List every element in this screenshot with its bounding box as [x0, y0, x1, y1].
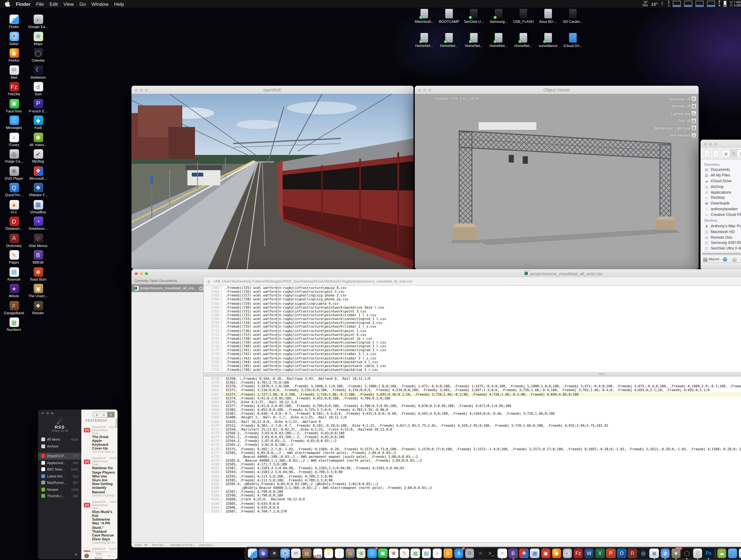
weather-widget[interactable]: 16°78% [642, 1, 648, 7]
dock-item[interactable]: ▦ [411, 549, 420, 558]
dock-item[interactable]: ☺ [248, 549, 257, 558]
menu-item[interactable]: Go [79, 1, 86, 7]
desktop-icon[interactable]: ☺ Finder [0, 15, 28, 28]
desktop-icon[interactable]: ✦ Safari [0, 31, 28, 45]
sidebar-item[interactable]: ⌂anthonybowden [704, 206, 741, 212]
sidebar-item[interactable]: ☁iCloud Drive [704, 178, 741, 184]
desktop-icon[interactable]: ❖ VMware F... [24, 183, 52, 197]
desktop-icon[interactable]: ♬ GarageBand [0, 300, 28, 314]
editor-path-bar[interactable]: ⚙ ~/AB_UserFiles/Desktop Folders/Working… [204, 277, 741, 286]
sidebar-device-item[interactable]: ▮Anthony’s Mac Pro [704, 223, 741, 229]
dock-item[interactable]: ✦ [270, 549, 279, 558]
dock-item[interactable]: ❖ [519, 549, 529, 558]
article-item[interactable]: [H] [H]ardOCP News/Article Feed• 19:07 E… [81, 498, 118, 546]
dock-item[interactable]: ⚙ [465, 549, 474, 558]
dock-item[interactable]: ◎ [639, 549, 648, 558]
article-item[interactable]: [H] [H]ardOCP News/Article Feed• 20:07 R… [81, 455, 118, 498]
path-crumb[interactable]: Macint › [703, 257, 722, 261]
desktop-icon[interactable]: … Messages [0, 116, 28, 130]
desktop-icon[interactable]: ◉ Firefox [0, 48, 28, 62]
add-feed-button[interactable]: + [75, 552, 77, 557]
desktop-icon[interactable]: ✎ Pages [0, 250, 28, 264]
dock-item[interactable]: … 2 [367, 549, 377, 558]
dock-item[interactable]: ≡ [498, 549, 507, 558]
article-list-scrollbar[interactable] [116, 418, 117, 427]
dock-item[interactable]: ★ 6419 [671, 549, 681, 558]
desktop-icon[interactable]: ✔ Mp3tag [24, 149, 52, 163]
sidebar-device-item[interactable]: ◎Remote Disc [704, 234, 741, 240]
dock-item[interactable] [728, 549, 737, 558]
volume-icon[interactable]: ⏏ HomeNet... [415, 33, 434, 47]
feed-row[interactable]: Neowin 1279 [38, 486, 81, 493]
sidebar-device-item[interactable]: ◫Macintosh HD [704, 229, 741, 234]
filter-segmented-control[interactable]: ★●☰ [93, 411, 115, 418]
close-icon[interactable]: ✕ [199, 286, 203, 290]
menu-item[interactable]: Help [114, 1, 124, 7]
desktop-icon[interactable]: ◉ Toast Burn [24, 267, 52, 281]
dock-item[interactable]: ✎ [400, 549, 409, 558]
dock-item[interactable]: ▤ [422, 549, 431, 558]
desktop-icon[interactable]: ◆ Reeder [24, 300, 52, 314]
volume-icon[interactable]: ⏏ Asus BD-... [539, 9, 558, 23]
smart-folder-row[interactable]: All Items 6419 [38, 436, 81, 443]
dock-item[interactable]: JUL15 [313, 549, 322, 558]
next-icon[interactable]: › [113, 554, 115, 558]
feed-row[interactable]: MacRumor... 507 [38, 479, 81, 486]
sidebar-item[interactable]: ◉Downloads [704, 200, 741, 206]
desktop-icon[interactable]: ▤ Keynote [0, 267, 28, 281]
volume-icon[interactable]: ⏏ BOOTCAMP [440, 9, 459, 23]
cpu-graph-2[interactable] [684, 1, 692, 7]
feed-row[interactable]: AppleInsid... 949 [38, 460, 81, 466]
path-crumb[interactable]: › [732, 257, 740, 261]
openbve-titlebar[interactable]: openBVE [131, 86, 413, 94]
split-divider[interactable] [204, 372, 741, 376]
desktop-icon[interactable]: ◎ Image Ca... [0, 149, 28, 163]
volume-icon[interactable]: ⏏ Samsung... [489, 9, 508, 23]
dock-item[interactable]: ▦ [346, 549, 355, 558]
dock-item[interactable]: B [509, 549, 518, 558]
desktop-icon[interactable]: P P-touch E... [24, 99, 52, 113]
volume-icon[interactable]: ⏏ SD Cardre... [563, 9, 583, 23]
apple-menu-icon[interactable] [4, 1, 10, 7]
dock-item[interactable]: ⋮ [335, 549, 344, 558]
dock-item[interactable]: O [617, 549, 626, 558]
cpu-graph-4[interactable] [707, 1, 715, 7]
sidebar-item[interactable]: ▭Desktop [704, 195, 741, 201]
desktop-icon[interactable]: ❖ Microsoft... [24, 166, 52, 180]
dock-item[interactable]: ≈ [476, 549, 485, 558]
linebreaks-popup[interactable]: Unix (LF)▾ [199, 544, 213, 547]
sidebar-device-item[interactable]: ◫SanDisk Ultra II 48...▲ [704, 246, 741, 251]
volume-icon[interactable]: ⏏ HomeNet... [464, 33, 483, 47]
sidebar-item[interactable]: ▱Creative Cloud Files [704, 212, 741, 217]
encoding-popup[interactable]: Unicode (UTF-8)▾ [170, 544, 194, 547]
desktop-icon[interactable]: ▦ Numbers [0, 318, 28, 331]
editor-top-pane[interactable]: 1701 .Freeobj(725) wcml_watfordjn-rugby\… [204, 286, 741, 372]
dock-item[interactable]: ❀ [389, 549, 398, 558]
object-viewer-viewport[interactable]: Position: -0.28, 5.21, -16.54 Wireframe:… [415, 94, 699, 269]
dock-item[interactable]: ✉ [291, 549, 300, 558]
desktop-icon[interactable]: ◐ Google Ea... [24, 15, 52, 28]
desktop-icon[interactable]: B BBEdit [24, 250, 52, 264]
dock-item[interactable]: ◉ [552, 549, 561, 558]
temperature-widget[interactable]: 16° [651, 2, 658, 6]
dock-item[interactable]: ◉ [259, 549, 268, 558]
editor-bottom-pane[interactable]: 4158 32350, ;.Freeobj 0;164;-0.28, .Rail… [204, 376, 741, 542]
dock-item[interactable]: Ps [704, 549, 713, 558]
volume-icon[interactable]: ⏏ Macintosh... [415, 9, 434, 23]
feed-row[interactable]: [H]ardOCP... 773 [38, 453, 81, 460]
desktop-icon[interactable]: ✉ Mail [0, 65, 28, 79]
smart-folder-row[interactable]: Archive [38, 443, 81, 449]
volume-icon[interactable]: ⏏ HomeNet... [489, 33, 508, 47]
sidebar-device-item[interactable]: ◫Samsung SSD 850...▲ [704, 240, 741, 246]
desktop-icon[interactable]: Fz FileZilla [0, 82, 28, 96]
menu-item[interactable]: Finder [16, 1, 30, 7]
moon-phase-icon[interactable]: ☾ [661, 1, 665, 6]
dock-item[interactable]: ≣ [444, 549, 453, 558]
editor-titlebar[interactable]: projectsource_maxdetail_all_eras.csv ✎▥ [131, 269, 741, 277]
volume-icon[interactable]: ⏏ SanDisk U... [464, 9, 483, 23]
back-button[interactable]: ‹ [704, 149, 710, 157]
desktop-icon[interactable]: ▦ VirtualBox [24, 200, 52, 214]
feed-row[interactable]: Latest Arti... 218 [38, 473, 81, 479]
feed-row[interactable]: BBC New... 2403 [38, 466, 81, 473]
desktop-icon[interactable]: ◉ 4K Video... [24, 132, 52, 146]
